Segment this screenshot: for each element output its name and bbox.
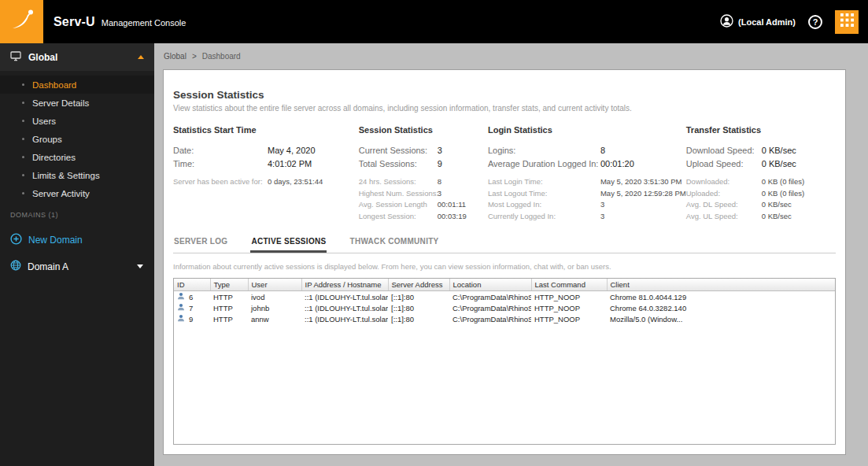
stat-value: May 5, 2020 12:59:28 PM: [600, 189, 686, 198]
stats-column-sessions: Session Statistics Current Sessions: 3 T…: [359, 125, 488, 223]
current-user-menu[interactable]: (Local Admin): [720, 14, 796, 29]
stat-row: Upload Speed: 0 KB/sec: [686, 159, 842, 168]
stat-row: Date: May 4, 2020: [173, 146, 359, 155]
sidebar: Global Dashboard Server Details Users Gr…: [0, 43, 154, 466]
stat-label: Current Sessions:: [359, 146, 438, 155]
cell-client: Chrome 64.0.3282.140: [607, 302, 835, 313]
app-switcher-button[interactable]: [835, 10, 859, 34]
col-header-id[interactable]: ID: [174, 279, 210, 291]
breadcrumb-root[interactable]: Global: [164, 52, 187, 61]
cell-client: Chrome 81.0.4044.129: [607, 291, 835, 303]
brand: Serv-U Management Console: [54, 15, 186, 29]
sidebar-item-directories[interactable]: Directories: [0, 148, 154, 166]
bullet-icon: [22, 102, 24, 104]
stat-value: 4:01:02 PM: [268, 159, 312, 168]
col-header-user[interactable]: User: [248, 279, 301, 291]
sidebar-item-dashboard[interactable]: Dashboard: [0, 76, 154, 94]
stat-row: 24 hrs. Sessions: 8: [359, 177, 488, 186]
bullet-icon: [22, 192, 24, 194]
stat-value: May 4, 2020: [268, 146, 316, 155]
stat-label: Most Logged In:: [488, 200, 600, 209]
stat-label: Date:: [173, 146, 268, 155]
session-row[interactable]: 9 HTTP annw ::1 (IDLOUHY-LT.tul.solar...…: [174, 313, 835, 324]
stats-secondary-group: Last Login Time: May 5, 2020 3:51:30 PM …: [488, 177, 686, 220]
user-icon: [177, 292, 185, 301]
page-title: Session Statistics: [173, 89, 836, 101]
table-header-row: ID Type User IP Address / Hostname Serve…: [174, 279, 835, 291]
cell-user: johnb: [248, 302, 301, 313]
sidebar-item-limits-settings[interactable]: Limits & Settings: [0, 166, 154, 184]
cell-server-address: [::1]:80: [388, 302, 449, 313]
stat-row: Longest Session: 00:03:19: [359, 212, 488, 220]
sidebar-item-server-activity[interactable]: Server Activity: [0, 184, 154, 202]
dashboard-panel: Session Statistics View statistics about…: [163, 69, 846, 455]
stat-value: 3: [600, 212, 604, 220]
new-domain-button[interactable]: New Domain: [0, 233, 154, 247]
sidebar-item-users[interactable]: Users: [0, 112, 154, 130]
cell-user: annw: [248, 313, 301, 324]
stats-column-title: Transfer Statistics: [686, 125, 842, 135]
help-button[interactable]: ?: [808, 15, 822, 29]
stat-row: Logins: 8: [488, 146, 686, 155]
cell-last-command: HTTP_NOOP: [531, 291, 607, 303]
stats-secondary-group: Server has been active for: 0 days, 23:5…: [173, 177, 359, 186]
bullet-icon: [22, 120, 24, 122]
tab-bar: SERVER LOG ACTIVE SESSIONS THWACK COMMUN…: [173, 234, 836, 253]
stat-label: 24 hrs. Sessions:: [359, 177, 438, 186]
cell-location: C:\ProgramData\RhinoSo...: [449, 291, 531, 303]
page-description: View statistics about the entire file se…: [173, 104, 836, 113]
stats-column-title: Login Statistics: [488, 125, 686, 135]
stat-row: Last Login Time: May 5, 2020 3:51:30 PM: [488, 177, 686, 186]
col-header-location[interactable]: Location: [449, 279, 531, 291]
sidebar-item-label: Users: [32, 116, 56, 126]
stats-secondary-group: Downloaded: 0 KB (0 files) Uploaded: 0 K…: [686, 177, 842, 220]
stat-label: Highest Num. Sessions:: [359, 189, 438, 198]
sidebar-item-server-details[interactable]: Server Details: [0, 94, 154, 112]
sidebar-item-domain-a[interactable]: Domain A: [0, 260, 154, 273]
stat-label: Currently Logged In:: [488, 212, 600, 220]
breadcrumb: Global > Dashboard: [154, 43, 868, 69]
stat-row: Avg. UL Speed: 0 KB/sec: [686, 212, 842, 220]
stat-value: 0 KB (0 files): [762, 177, 804, 186]
cell-last-command: HTTP_NOOP: [531, 302, 607, 313]
stat-row: Current Sessions: 3: [359, 146, 488, 155]
session-row[interactable]: 6 HTTP ivod ::1 (IDLOUHY-LT.tul.solar...…: [174, 291, 835, 303]
stats-column-start-time: Statistics Start Time Date: May 4, 2020 …: [173, 125, 359, 223]
session-row[interactable]: 7 HTTP johnb ::1 (IDLOUHY-LT.tul.solar..…: [174, 302, 835, 313]
stat-value: 00:03:19: [438, 212, 467, 220]
stat-value: 0 KB/sec: [762, 200, 792, 209]
stat-label: Avg. UL Speed:: [686, 212, 762, 220]
col-header-ip[interactable]: IP Address / Hostname: [301, 279, 388, 291]
stat-row: Uploaded: 0 KB (0 files): [686, 189, 842, 198]
stats-column-logins: Login Statistics Logins: 8 Average Durat…: [488, 125, 686, 223]
cell-user: ivod: [248, 291, 301, 303]
col-header-last-command[interactable]: Last Command: [531, 279, 607, 291]
stat-value: 8: [438, 177, 441, 186]
stat-label: Logins:: [488, 146, 600, 155]
stat-value: 00:01:11: [438, 200, 466, 209]
sidebar-section-global[interactable]: Global: [0, 43, 154, 71]
domains-section-label: DOMAINS (1): [0, 211, 154, 219]
main-content: Global > Dashboard Session Statistics Vi…: [154, 43, 868, 466]
tab-server-log[interactable]: SERVER LOG: [173, 234, 228, 253]
sidebar-item-label: Directories: [32, 153, 76, 162]
sessions-table: ID Type User IP Address / Hostname Serve…: [174, 279, 835, 324]
stat-value: 0 days, 23:51:44: [268, 177, 323, 186]
cell-server-address: [::1]:80: [388, 313, 449, 324]
chevron-up-icon: [138, 55, 144, 59]
col-header-type[interactable]: Type: [210, 279, 248, 291]
cell-last-command: HTTP_NOOP: [531, 313, 607, 324]
cell-location: C:\ProgramData\RhinoSo...: [449, 313, 531, 324]
col-header-client[interactable]: Client: [607, 279, 835, 291]
sidebar-item-groups[interactable]: Groups: [0, 130, 154, 148]
tab-active-sessions[interactable]: ACTIVE SESSIONS: [250, 234, 327, 253]
col-header-server-address[interactable]: Server Address: [388, 279, 449, 291]
tab-thwack-community[interactable]: THWACK COMMUNITY: [349, 234, 439, 253]
stat-label: Last Logout Time:: [488, 189, 600, 198]
stat-value: 0 KB (0 files): [762, 189, 804, 198]
sidebar-item-label: Limits & Settings: [32, 171, 100, 180]
statistics-section: Statistics Start Time Date: May 4, 2020 …: [173, 125, 836, 223]
chevron-down-icon: [137, 264, 143, 268]
stat-label: Longest Session:: [359, 212, 438, 220]
user-icon: [177, 314, 185, 324]
